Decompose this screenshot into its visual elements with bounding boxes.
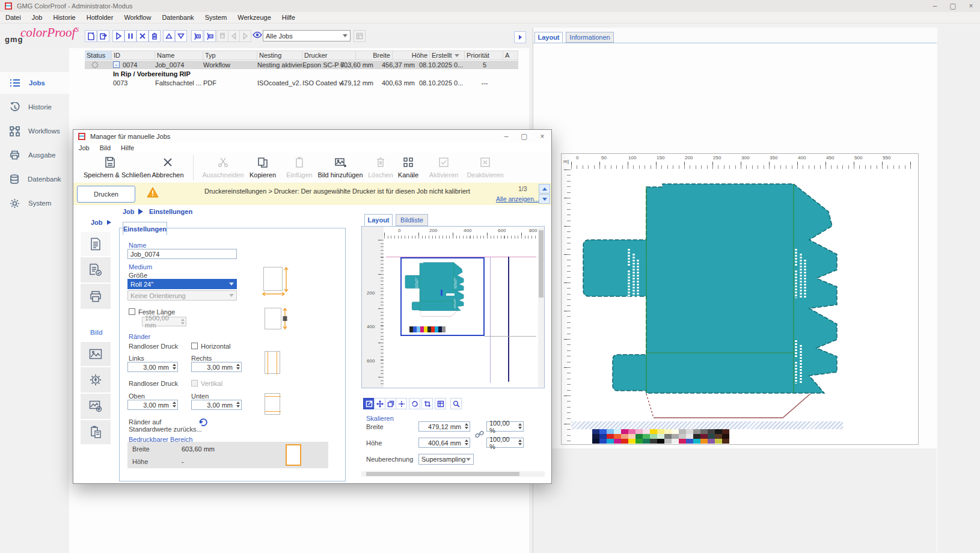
priority-down-button[interactable] xyxy=(175,30,187,42)
delete-job-button[interactable] xyxy=(149,30,161,42)
scrollbar-thumb[interactable] xyxy=(539,230,544,298)
proof-preview-canvas[interactable]: m] 0 50 100 150 200 250 300 350 400 450 … xyxy=(561,153,919,445)
menu-hotfolder[interactable]: Hotfolder xyxy=(81,14,119,21)
view-filter-icon[interactable] xyxy=(253,31,262,40)
column-header-id[interactable]: ID xyxy=(112,50,155,60)
sidebar-item-workflows[interactable]: Workflows xyxy=(0,120,69,142)
menu-system[interactable]: System xyxy=(200,14,233,21)
rail-job-printer-button[interactable] xyxy=(81,284,111,309)
column-header-prioritaet[interactable]: Priorität xyxy=(465,50,503,60)
layout-preview[interactable]: 0 200 400 600 800 200 400 600 xyxy=(361,226,545,388)
table-group-row[interactable]: In Rip / Vorbereitung RIP xyxy=(85,70,518,78)
duplicate-tool-button[interactable] xyxy=(385,398,396,409)
rechts-spinner[interactable]: 3,00 mm xyxy=(191,362,242,372)
import-job-button[interactable] xyxy=(97,30,109,42)
dialog-close-button[interactable]: × xyxy=(533,130,551,142)
groesse-select[interactable]: Roll 24" xyxy=(127,279,237,289)
scale-breite-percent-spinner[interactable]: 100,00 % xyxy=(486,421,524,432)
breadcrumb-job[interactable]: Job xyxy=(123,208,135,215)
column-header-typ[interactable]: Typ xyxy=(203,50,257,60)
sidebar-item-datenbank[interactable]: Datenbank xyxy=(0,168,69,190)
column-header-name[interactable]: Name xyxy=(155,50,203,60)
warning-prev-button[interactable] xyxy=(539,184,550,194)
selected-image-frame[interactable] xyxy=(400,257,485,336)
reset-margins-button[interactable] xyxy=(197,417,209,427)
pause-job-button[interactable] xyxy=(124,30,136,42)
print-button[interactable]: Drucken xyxy=(77,186,135,203)
rail-clipboard-copy-button[interactable] xyxy=(81,420,111,444)
dialog-maximize-button[interactable]: ▢ xyxy=(515,130,533,142)
scale-hoehe-percent-spinner[interactable]: 100,00 % xyxy=(486,438,524,448)
collapse-toggle[interactable]: - xyxy=(113,61,120,68)
crop-tool-button[interactable] xyxy=(421,398,433,409)
horizontal-checkbox[interactable] xyxy=(191,343,198,349)
menu-hilfe[interactable]: Hilfe xyxy=(277,14,301,21)
unten-spinner[interactable]: 3,00 mm xyxy=(191,400,242,410)
table-row[interactable]: 0073 Faltschachtel ... PDF ISOcoated_v2.… xyxy=(85,79,518,87)
nest-remove-button[interactable] xyxy=(204,30,216,42)
menu-job[interactable]: Job xyxy=(26,14,48,21)
column-header-hoehe[interactable]: Höhe xyxy=(393,50,430,60)
rail-job-proofstandard-button[interactable] xyxy=(81,257,111,283)
dialog-tab-bildliste[interactable]: Bildliste xyxy=(396,214,428,226)
priority-up-button[interactable] xyxy=(163,30,175,42)
rail-image-check-button[interactable] xyxy=(81,394,111,419)
warning-next-button[interactable] xyxy=(539,194,550,204)
rail-job-label[interactable]: Job xyxy=(91,219,103,226)
dialog-title-bar[interactable]: Manager für manuelle Jobs – ▢ × xyxy=(73,130,551,144)
rotate-tool-button[interactable] xyxy=(409,398,420,409)
column-header-drucker[interactable]: Drucker xyxy=(302,50,356,60)
links-spinner[interactable]: 3,00 mm xyxy=(127,362,178,372)
center-tool-button[interactable] xyxy=(396,398,407,409)
abort-job-button[interactable] xyxy=(136,30,149,42)
new-job-button[interactable] xyxy=(85,30,97,42)
close-button[interactable]: × xyxy=(962,0,980,12)
dialog-menu-hilfe[interactable]: Hilfe xyxy=(115,144,139,151)
tiling-tool-button[interactable] xyxy=(435,398,446,409)
cancel-button[interactable]: Abbrechen xyxy=(141,156,194,182)
scale-breite-spinner[interactable]: 479,12 mm xyxy=(418,421,470,432)
neuberechnung-select[interactable]: Supersampling xyxy=(418,454,474,465)
dialog-minimize-button[interactable]: – xyxy=(497,130,515,142)
rail-bild-label[interactable]: Bild xyxy=(90,329,103,336)
menu-werkzeuge[interactable]: Werkzeuge xyxy=(232,14,276,21)
feste-laenge-checkbox[interactable] xyxy=(129,308,135,315)
show-all-link[interactable]: Alle anzeigen... xyxy=(496,195,539,203)
sidebar-item-historie[interactable]: Historie xyxy=(0,96,69,118)
tab-layout[interactable]: Layout xyxy=(534,32,563,43)
sidebar-item-jobs[interactable]: Jobs xyxy=(0,72,69,94)
nest-add-button[interactable] xyxy=(191,30,203,42)
menu-historie[interactable]: Historie xyxy=(47,14,81,21)
column-header-status[interactable]: Status xyxy=(85,50,112,60)
maximize-button[interactable]: ▢ xyxy=(944,0,962,12)
minimize-button[interactable]: – xyxy=(926,0,944,12)
rail-job-settings-button[interactable] xyxy=(81,232,111,256)
save-close-button[interactable]: Speichern & Schließen xyxy=(84,156,136,182)
move-tool-button[interactable] xyxy=(374,398,385,409)
tab-informationen[interactable]: Informationen xyxy=(566,32,614,43)
zoom-tool-button[interactable] xyxy=(450,398,462,409)
menu-datei[interactable]: Datei xyxy=(0,14,26,21)
rail-color-settings-button[interactable] xyxy=(81,367,111,393)
column-header-breite[interactable]: Breite xyxy=(356,50,393,60)
tab-einstellungen[interactable]: Einstellungen xyxy=(123,222,167,235)
column-header-a[interactable]: A xyxy=(503,50,518,60)
dialog-menu-bild[interactable]: Bild xyxy=(94,144,115,151)
oben-spinner[interactable]: 3,00 mm xyxy=(127,400,178,410)
column-header-erstellt[interactable]: Erstellt xyxy=(430,50,465,60)
menu-workflow[interactable]: Workflow xyxy=(118,14,156,21)
dialog-hscrollbar[interactable] xyxy=(361,471,545,477)
resume-job-button[interactable] xyxy=(112,30,124,42)
scale-hoehe-spinner[interactable]: 400,64 mm xyxy=(418,438,470,448)
rail-image-button[interactable] xyxy=(81,342,111,366)
scrollbar-thumb[interactable] xyxy=(366,472,519,476)
scale-tool-button[interactable] xyxy=(363,398,375,409)
link-dimensions-icon[interactable] xyxy=(475,430,485,439)
dialog-tab-layout[interactable]: Layout xyxy=(364,214,393,226)
menu-datenbank[interactable]: Datenbank xyxy=(156,14,199,21)
preview-scrollbar[interactable] xyxy=(538,227,544,387)
dialog-menu-job[interactable]: Job xyxy=(73,144,94,151)
job-filter-select[interactable]: Alle Jobs xyxy=(263,30,351,41)
name-input[interactable]: Job_0074 xyxy=(127,249,237,259)
sidebar-item-ausgabe[interactable]: Ausgabe xyxy=(0,144,69,166)
